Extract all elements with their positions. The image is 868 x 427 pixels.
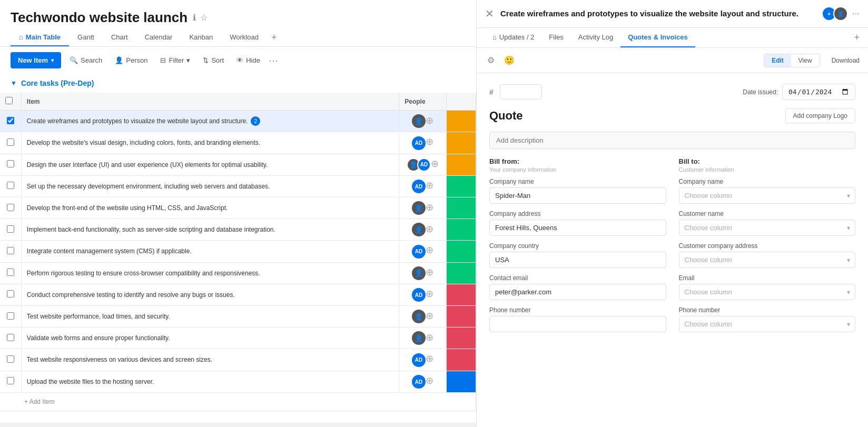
tab-gantt[interactable]: Gantt <box>69 29 103 46</box>
tab-calendar[interactable]: Calendar <box>136 29 181 46</box>
row-status[interactable] <box>446 349 476 371</box>
phone-select[interactable]: Choose column <box>679 316 856 332</box>
sort-button[interactable]: ⇅ Sort <box>199 53 228 67</box>
contact-email-input[interactable] <box>489 284 666 300</box>
more-options-icon[interactable]: ⋯ <box>852 9 860 18</box>
row-people[interactable]: AD⊕ <box>399 175 447 197</box>
settings-icon[interactable]: ⚙ <box>485 53 497 67</box>
select-all-checkbox[interactable] <box>5 97 13 104</box>
row-status[interactable] <box>446 371 476 393</box>
phone-input-from[interactable] <box>489 316 666 332</box>
add-person-button[interactable]: ⊕ <box>426 136 433 147</box>
row-checkbox[interactable] <box>7 377 14 384</box>
row-checkbox[interactable] <box>7 160 14 167</box>
tab-chart[interactable]: Chart <box>103 29 136 46</box>
horizontal-scrollbar[interactable] <box>0 423 476 427</box>
tab-kanban[interactable]: Kanban <box>181 29 221 46</box>
row-people[interactable]: AD⊕ <box>399 349 447 371</box>
row-status[interactable] <box>446 111 476 132</box>
tab-quotes-invoices[interactable]: Quotes & Invoices <box>620 28 695 47</box>
row-people[interactable]: 👤⊕ <box>399 219 447 241</box>
row-status[interactable] <box>446 284 476 306</box>
row-status[interactable] <box>446 175 476 197</box>
hide-button[interactable]: 👁 Hide <box>232 53 264 67</box>
star-icon[interactable]: ☆ <box>200 13 208 23</box>
row-people[interactable]: 👤AD⊕ <box>399 154 447 175</box>
add-person-button[interactable]: ⊕ <box>426 353 433 364</box>
row-people[interactable]: 👤⊕ <box>399 306 447 327</box>
row-people[interactable]: 👤⊕ <box>399 262 447 284</box>
company-name-input[interactable] <box>489 187 666 204</box>
row-checkbox[interactable] <box>7 117 14 124</box>
row-status[interactable] <box>446 154 476 175</box>
add-person-button[interactable]: ⊕ <box>426 288 433 300</box>
add-item-row[interactable]: + Add Item <box>0 393 476 411</box>
row-people[interactable]: AD⊕ <box>399 284 447 306</box>
quote-number-input[interactable] <box>500 84 542 100</box>
tab-workload[interactable]: Workload <box>221 29 267 46</box>
company-country-input[interactable] <box>489 252 666 268</box>
row-people[interactable]: AD⊕ <box>399 241 447 263</box>
row-checkbox[interactable] <box>7 225 14 233</box>
date-input[interactable] <box>782 84 855 100</box>
row-checkbox[interactable] <box>7 204 14 211</box>
add-item-label[interactable]: + Add Item <box>0 393 476 411</box>
add-person-button[interactable]: ⊕ <box>426 180 433 191</box>
row-people[interactable]: 👤⊕ <box>399 111 447 132</box>
search-button[interactable]: 🔍 Search <box>65 53 106 67</box>
row-checkbox[interactable] <box>7 247 14 254</box>
row-people[interactable]: AD⊕ <box>399 132 447 154</box>
customer-company-select[interactable]: Choose column <box>679 187 856 204</box>
add-person-button[interactable]: ⊕ <box>426 202 433 213</box>
emoji-icon[interactable]: 🙂 <box>502 53 517 67</box>
tab-main-table[interactable]: ⌂ Main Table <box>11 29 69 46</box>
tab-files[interactable]: Files <box>541 28 570 47</box>
row-status[interactable] <box>446 306 476 327</box>
customer-name-select[interactable]: Choose column <box>679 220 856 236</box>
edit-button[interactable]: Edit <box>764 54 791 67</box>
add-person-button[interactable]: ⊕ <box>426 266 433 278</box>
row-status[interactable] <box>446 197 476 219</box>
row-checkbox[interactable] <box>7 269 14 276</box>
row-checkbox[interactable] <box>7 355 14 363</box>
view-button[interactable]: View <box>791 54 820 67</box>
row-status[interactable] <box>446 327 476 349</box>
add-person-button[interactable]: ⊕ <box>426 310 433 322</box>
row-people[interactable]: 👤⊕ <box>399 327 447 349</box>
add-person-button[interactable]: ⊕ <box>426 223 433 235</box>
tab-activity-log[interactable]: Activity Log <box>571 28 620 47</box>
person-button[interactable]: 👤 Person <box>111 53 152 67</box>
download-button[interactable]: Download <box>832 57 860 64</box>
row-checkbox[interactable] <box>7 334 14 341</box>
group-toggle-button[interactable]: ▼ <box>11 80 17 87</box>
row-people[interactable]: AD⊕ <box>399 371 447 393</box>
tab-updates[interactable]: ⌂ Updates / 2 <box>485 28 541 47</box>
row-checkbox[interactable] <box>7 312 14 320</box>
add-logo-button[interactable]: Add company Logo <box>785 108 855 123</box>
add-tab-button[interactable]: + <box>854 32 860 43</box>
row-status[interactable] <box>446 219 476 241</box>
chat-icon[interactable]: 2 <box>251 116 260 126</box>
company-address-input[interactable] <box>489 220 666 236</box>
info-icon[interactable]: ℹ <box>193 13 196 23</box>
customer-address-select[interactable]: Choose column <box>679 252 856 268</box>
description-input[interactable] <box>489 132 855 149</box>
add-person-button[interactable]: ⊕ <box>426 244 433 256</box>
add-person-button[interactable]: ⊕ <box>426 115 433 126</box>
add-person-button[interactable]: ⊕ <box>426 375 433 386</box>
more-options-button[interactable]: ⋯ <box>269 55 278 66</box>
row-checkbox[interactable] <box>7 138 14 146</box>
add-person-button[interactable]: ⊕ <box>426 332 433 343</box>
email-select[interactable]: Choose column <box>679 284 856 300</box>
row-status[interactable] <box>446 241 476 263</box>
new-item-button[interactable]: New Item ▾ <box>11 52 61 68</box>
filter-button[interactable]: ⊟ Filter ▾ <box>156 53 194 67</box>
row-checkbox[interactable] <box>7 290 14 297</box>
row-checkbox[interactable] <box>7 182 14 189</box>
row-status[interactable] <box>446 132 476 154</box>
tab-add-button[interactable]: + <box>267 30 281 45</box>
close-button[interactable]: ✕ <box>485 7 494 20</box>
row-people[interactable]: 👤⊕ <box>399 197 447 219</box>
row-status[interactable] <box>446 262 476 284</box>
add-person-button[interactable]: ⊕ <box>431 158 439 170</box>
